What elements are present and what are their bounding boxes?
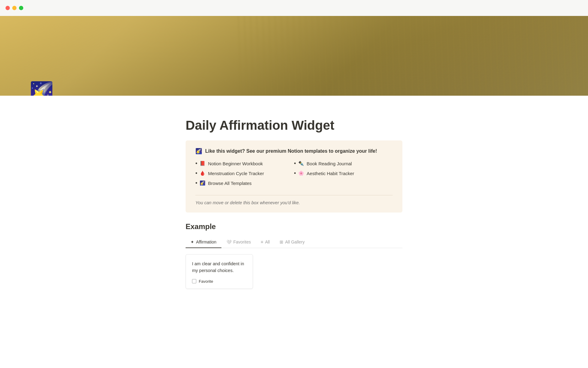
tab-affirmation[interactable]: ✦ Affirmation: [186, 237, 221, 248]
favorite-label: Favorite: [199, 279, 213, 284]
affirmation-tab-label: Affirmation: [196, 240, 217, 244]
browse-all-templates-link[interactable]: Browse All Templates: [208, 181, 251, 186]
item-emoji: 🌠: [200, 180, 205, 186]
promo-header-icon: 🌠: [195, 148, 202, 155]
menstruation-tracker-link[interactable]: Menstruation Cycle Tracker: [208, 171, 264, 176]
list-item: 🩸 Menstruation Cycle Tracker: [195, 171, 294, 176]
close-button[interactable]: [6, 6, 10, 10]
promo-list-left: 📕 Notion Beginner Workbook 🩸 Menstruatio…: [195, 161, 294, 190]
hero-banner: 🌠: [0, 16, 588, 96]
promo-list-right: ✒️ Book Reading Journal 🌸 Aesthetic Habi…: [294, 161, 393, 190]
card-checkbox-row: Favorite: [192, 279, 247, 284]
tab-favorites[interactable]: 🤍 Favorites: [221, 237, 256, 248]
favorite-checkbox[interactable]: [192, 279, 196, 283]
all-tab-label: All: [265, 240, 270, 244]
main-content: Daily Affirmation Widget 🌠 Like this wid…: [156, 96, 432, 313]
promo-note: You can move or delete this box whenever…: [195, 200, 393, 205]
aesthetic-habit-link[interactable]: Aesthetic Habit Tracker: [307, 171, 354, 176]
book-journal-link[interactable]: Book Reading Journal: [307, 161, 352, 166]
promo-header: 🌠 Like this widget? See our premium Noti…: [195, 148, 393, 155]
notion-workbook-link[interactable]: Notion Beginner Workbook: [208, 161, 263, 166]
page-icon: 🌠: [29, 82, 54, 96]
favorites-tab-label: Favorites: [233, 240, 251, 244]
card-text: I am clear and confident in my personal …: [192, 261, 247, 274]
all-tab-icon: ≡: [261, 240, 263, 244]
affirmation-tab-icon: ✦: [190, 240, 194, 244]
promo-box: 🌠 Like this widget? See our premium Noti…: [186, 140, 402, 213]
item-emoji: 🩸: [200, 171, 205, 176]
item-emoji: 🌸: [298, 171, 304, 176]
favorites-tab-icon: 🤍: [226, 240, 232, 244]
list-item: 🌸 Aesthetic Habit Tracker: [294, 171, 393, 176]
tabs-bar: ✦ Affirmation 🤍 Favorites ≡ All ⊞ All Ga…: [186, 237, 402, 248]
titlebar: [0, 0, 588, 16]
list-item: 📕 Notion Beginner Workbook: [195, 161, 294, 166]
affirmation-card: I am clear and confident in my personal …: [186, 254, 253, 289]
card-container: I am clear and confident in my personal …: [186, 254, 402, 289]
promo-columns: 📕 Notion Beginner Workbook 🩸 Menstruatio…: [195, 161, 393, 190]
tab-all-gallery[interactable]: ⊞ All Gallery: [275, 237, 310, 248]
item-emoji: 📕: [200, 161, 205, 166]
page-title: Daily Affirmation Widget: [186, 118, 402, 133]
all-gallery-tab-icon: ⊞: [280, 240, 283, 244]
list-item: ✒️ Book Reading Journal: [294, 161, 393, 166]
all-gallery-tab-label: All Gallery: [285, 240, 305, 244]
item-emoji: ✒️: [298, 161, 304, 166]
tab-all[interactable]: ≡ All: [256, 237, 275, 248]
promo-header-text: Like this widget? See our premium Notion…: [205, 148, 377, 154]
minimize-button[interactable]: [12, 6, 17, 10]
example-section: Example ✦ Affirmation 🤍 Favorites ≡ All …: [186, 222, 402, 289]
maximize-button[interactable]: [19, 6, 23, 10]
example-title: Example: [186, 222, 402, 231]
list-item: 🌠 Browse All Templates: [195, 180, 294, 186]
promo-divider: [195, 195, 393, 195]
